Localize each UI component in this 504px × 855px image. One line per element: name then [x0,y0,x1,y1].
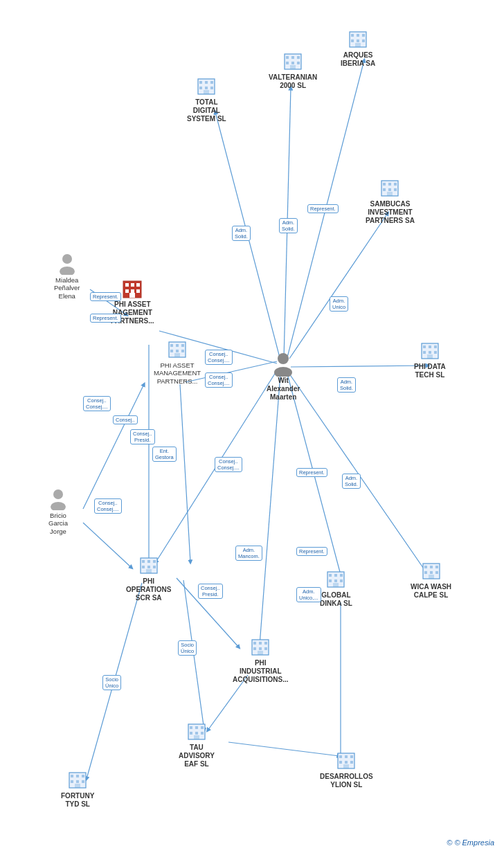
badge-adm-unico-1[interactable]: Adm.Unico [330,296,348,312]
svg-rect-58 [195,726,198,729]
node-global-dinka[interactable]: GLOBAL DINKA SL [320,568,352,608]
building-icon-valteranian [282,50,304,72]
svg-rect-110 [434,351,437,354]
svg-rect-126 [340,579,343,582]
node-tau-advisory[interactable]: TAU ADVISORY EAF SL [179,720,215,768]
badge-presid-1[interactable]: Consej..Presid. [130,429,155,444]
badge-represent-3[interactable]: Represent. [296,547,327,556]
svg-rect-90 [357,34,359,37]
svg-rect-39 [174,353,180,357]
node-wica-wash[interactable]: WICA WASH CALPE SL [411,559,451,600]
badge-consej-3[interactable]: Consej..Consej.... [83,396,111,411]
building-icon-global-dinka [325,568,347,590]
node-total-digital[interactable]: TOTAL DIGITAL SYSTEM SL [187,75,226,123]
node-sambucas[interactable]: SAMBUCAS INVESTMENT PARTNERS SA [366,177,415,225]
node-fortuny[interactable]: FORTUNY TYD SL [61,768,94,809]
node-phi-data-tech[interactable]: PHI DATA TECH SL [414,339,446,379]
badge-adm-solid-3[interactable]: Adm.Solid. [337,377,356,393]
svg-rect-25 [125,283,129,287]
badge-adm-solid-1[interactable]: Adm.Solid. [279,218,298,233]
node-mialdea[interactable]: Mialdea Peñalver Elena [54,253,80,300]
svg-rect-79 [204,90,209,94]
svg-line-9 [260,374,280,645]
svg-rect-73 [199,81,202,84]
svg-rect-113 [424,566,427,568]
svg-rect-47 [146,569,152,573]
svg-rect-118 [435,571,438,574]
svg-rect-116 [424,571,427,574]
badge-consej-4[interactable]: Consej.. [113,415,138,424]
building-icon-phi-operations [138,554,160,576]
svg-rect-53 [259,647,262,650]
building-icon-wica-wash [420,559,442,582]
badge-represent-mialdea[interactable]: Represent. [90,292,121,301]
svg-rect-81 [286,56,289,59]
svg-point-137 [60,267,75,275]
node-phi-operations[interactable]: PHI OPERATIONS SCR SA [126,554,171,602]
svg-rect-60 [190,732,192,735]
svg-rect-127 [333,583,339,587]
svg-rect-37 [176,350,179,352]
badge-represent-2[interactable]: Represent. [296,468,327,477]
node-valteranian[interactable]: VALTERANIAN 2000 SL [269,50,317,90]
node-wit[interactable]: Wit Alexander Maarten [267,353,300,402]
svg-rect-75 [210,81,213,84]
svg-rect-123 [340,574,343,577]
badge-adm-solid-2[interactable]: Adm.Solid. [232,226,251,241]
svg-rect-61 [195,732,198,735]
svg-rect-69 [76,780,79,783]
label-bricio: Bricio Garcia Jorge [48,512,68,535]
svg-rect-77 [205,87,208,89]
label-total-digital: TOTAL DIGITAL SYSTEM SL [187,98,226,123]
svg-rect-94 [362,39,365,42]
badge-adm-unico-2[interactable]: Adm.Unico,... [296,587,321,602]
svg-rect-107 [434,345,437,348]
svg-rect-133 [345,761,348,764]
svg-rect-100 [383,188,386,191]
badge-ent-gestora[interactable]: Ent.Gestora [152,447,177,462]
network-diagram: Wit Alexander Maarten PHI ASSET NAGEMENT… [0,0,504,855]
badge-socio-unico-2[interactable]: SocioÚnico [102,675,121,690]
svg-rect-35 [181,344,184,347]
label-phi-data-tech: PHI DATA TECH SL [414,363,446,379]
svg-rect-99 [394,183,397,186]
svg-rect-130 [345,755,348,758]
node-phi-industrial[interactable]: PHI INDUSTRIAL ACQUISITIONS... [233,636,289,684]
svg-rect-54 [264,647,267,650]
svg-rect-26 [131,283,134,287]
badge-consej-presid-2[interactable]: Consej..Presid. [198,584,223,599]
badge-socio-unico-1[interactable]: SocioÚnico [178,640,197,656]
svg-line-4 [291,366,428,367]
svg-rect-59 [201,726,204,729]
badge-represent-mialdea2[interactable]: Represent. [90,314,121,323]
badge-consej-2[interactable]: Consej..Consej.... [205,372,233,388]
label-mialdea: Mialdea Peñalver Elena [54,276,80,300]
building-icon-fortuny [66,768,89,791]
badge-consej-5[interactable]: Consej..Consej.... [215,457,242,472]
label-valteranian: VALTERANIAN 2000 SL [269,73,317,90]
svg-rect-102 [394,188,397,191]
svg-rect-38 [181,350,184,352]
svg-rect-70 [82,780,84,783]
node-desarrollos[interactable]: DESARROLLOS YLION SL [320,749,373,789]
badge-adm-mancom[interactable]: Adm.Mancom. [235,546,262,561]
svg-rect-42 [147,560,150,563]
svg-rect-91 [362,34,365,37]
badge-adm-solid-4[interactable]: Adm.Solid. [342,474,361,489]
node-bricio[interactable]: Bricio Garcia Jorge [47,488,69,535]
svg-line-17 [83,523,132,568]
svg-rect-45 [147,566,150,568]
svg-rect-67 [82,775,84,777]
svg-rect-51 [264,642,267,645]
node-phi-asset2[interactable]: PHI ASSET MANAGEMENT PARTNERS... [154,338,201,385]
svg-rect-135 [343,764,349,768]
node-arques-iberia[interactable]: ARQUES IBERIA SA [341,28,375,68]
badge-represent-1[interactable]: Represent. [307,204,339,213]
person-icon-mialdea [56,253,78,275]
badge-consej-1[interactable]: Consej..Consej.... [205,350,233,365]
label-phi-operations: PHI OPERATIONS SCR SA [126,577,171,602]
svg-rect-27 [136,283,140,287]
svg-rect-29 [131,289,134,293]
badge-consej-bricio[interactable]: Consej..Consej.... [94,498,122,514]
svg-rect-65 [71,775,73,777]
